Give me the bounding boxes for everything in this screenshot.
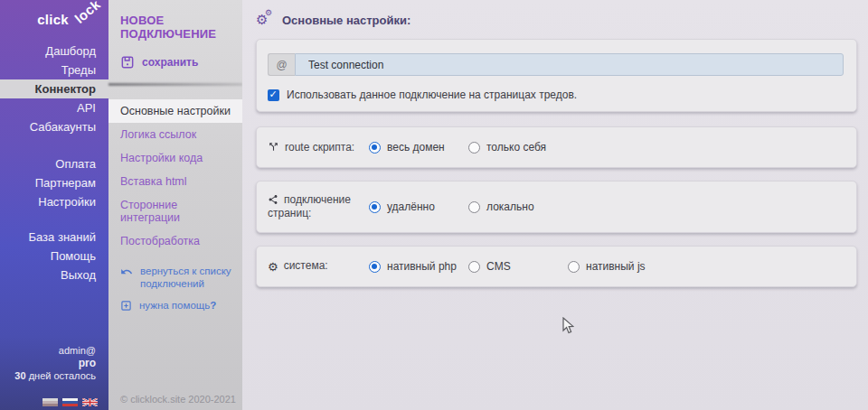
radio-label: весь домен [387, 141, 445, 154]
connection-panel: НОВОЕ ПОДКЛЮЧЕНИЕ сохранить Основные нас… [108, 0, 242, 410]
radio-label: CMS [486, 260, 511, 273]
radio-label: нативный js [586, 260, 646, 273]
radio-local[interactable]: локально [468, 200, 568, 213]
section-title: Основные настройки: [282, 14, 410, 27]
radio-only-self[interactable]: только себя [468, 141, 568, 154]
panel-divider [108, 83, 242, 86]
account-info: admin@ pro 30 дней осталось [14, 345, 96, 381]
section-header: ⚙⚙ Основные настройки: [256, 12, 857, 28]
pages-connection-card: подключение страниц: удалённо локально [256, 181, 857, 233]
sidebar-item-logout[interactable]: Выход [0, 266, 108, 284]
radio-native-php[interactable]: нативный php [369, 260, 468, 273]
route-script-label: route скрипта: [268, 141, 369, 154]
connection-name-group: @ [268, 53, 844, 76]
radio-selected-icon [369, 201, 381, 213]
menu-item-basic-settings[interactable]: Основные настройки [108, 99, 242, 123]
menu-item-integrations[interactable]: Сторонние интеграции [108, 193, 242, 229]
route-script-card: route скрипта: весь домен только себя [256, 126, 857, 168]
route-icon [268, 141, 279, 153]
pages-connection-options: удалённо локально [369, 200, 845, 213]
pages-connection-label: подключение страниц: [268, 193, 369, 220]
radio-selected-icon [369, 261, 381, 273]
radio-remote[interactable]: удалённо [369, 200, 468, 213]
account-email: admin@ [14, 345, 96, 356]
menu-item-html-insert[interactable]: Вставка html [108, 170, 242, 193]
at-icon: @ [268, 53, 295, 76]
sidebar-item-connector[interactable]: Коннектор [0, 79, 108, 98]
save-button-label: сохранить [142, 56, 198, 69]
share-icon [268, 194, 278, 205]
menu-item-postprocessing[interactable]: Постобработка [108, 229, 242, 253]
sidebar-item-payment[interactable]: Оплата [0, 154, 108, 173]
flag-uk[interactable] [82, 398, 98, 406]
sidebar-item-threads[interactable]: Треды [0, 61, 108, 79]
system-label: ⚙система: [268, 259, 369, 274]
undo-icon [120, 266, 133, 278]
radio-whole-domain[interactable]: весь домен [369, 141, 468, 154]
sidebar-item-api[interactable]: API [0, 98, 108, 117]
save-icon [120, 55, 135, 70]
radio-label: только себя [486, 141, 546, 154]
need-help-link[interactable]: нужна помощь? [108, 294, 242, 316]
flag-inactive[interactable] [42, 398, 58, 406]
radio-selected-icon [369, 142, 381, 154]
radio-unselected-icon [468, 142, 480, 154]
sidebar-item-settings[interactable]: Настройки [0, 192, 108, 211]
language-switcher [42, 398, 98, 406]
radio-label: нативный php [387, 260, 457, 273]
brand-logo-click: click [37, 12, 69, 27]
panel-menu: Основные настройки Логика ссылок Настрой… [108, 99, 242, 253]
gears-icon: ⚙⚙ [256, 12, 274, 28]
use-on-threads-label: Использовать данное подключение на стран… [287, 89, 577, 101]
radio-label: удалённо [387, 200, 435, 213]
use-on-threads-option[interactable]: Использовать данное подключение на стран… [268, 89, 844, 101]
back-to-list-label: вернуться к списку подключений [140, 265, 232, 290]
brand-logo[interactable]: click lock [0, 0, 108, 38]
sidebar-nav: Дашборд Треды Коннектор API Сабакаунты О… [0, 42, 108, 284]
days-text: дней осталось [26, 370, 96, 381]
nav-spacer [0, 211, 108, 228]
sidebar-item-knowledge-base[interactable]: База знаний [0, 228, 108, 247]
radio-unselected-icon [568, 261, 580, 273]
need-help-label: нужна помощь? [139, 299, 216, 312]
route-script-options: весь домен только себя [369, 141, 845, 154]
sidebar: click lock Дашборд Треды Коннектор API С… [0, 0, 108, 410]
radio-unselected-icon [468, 201, 480, 213]
account-days-left: 30 дней осталось [14, 370, 96, 381]
radio-cms[interactable]: CMS [468, 260, 568, 273]
flag-russia[interactable] [62, 398, 78, 406]
connection-name-card: @ Использовать данное подключение на стр… [256, 39, 857, 112]
app-window: click lock Дашборд Треды Коннектор API С… [0, 0, 868, 410]
add-box-icon [120, 300, 132, 312]
connection-name-input[interactable] [295, 53, 844, 76]
brand-logo-lock: lock [71, 0, 103, 26]
save-button[interactable]: сохранить [120, 55, 198, 70]
radio-native-js[interactable]: нативный js [568, 260, 667, 273]
checkbox-checked-icon [268, 89, 279, 101]
radio-label: локально [486, 200, 534, 213]
sidebar-item-partners[interactable]: Партнерам [0, 173, 108, 192]
menu-item-link-logic[interactable]: Логика ссылок [108, 123, 242, 146]
days-number: 30 [14, 370, 25, 381]
account-plan: pro [14, 357, 96, 369]
sidebar-item-subaccounts[interactable]: Сабакаунты [0, 117, 108, 136]
sidebar-item-dashboard[interactable]: Дашборд [0, 42, 108, 61]
panel-title: НОВОЕ ПОДКЛЮЧЕНИЕ [120, 14, 242, 41]
menu-item-code-settings[interactable]: Настройки кода [108, 146, 242, 170]
radio-unselected-icon [468, 261, 480, 273]
main-content: ⚙⚙ Основные настройки: @ Использовать да… [242, 0, 868, 410]
system-options: нативный php CMS нативный js [369, 260, 845, 273]
gear-icon: ⚙ [268, 260, 278, 274]
sidebar-item-help[interactable]: Помощь [0, 247, 108, 266]
nav-spacer [0, 136, 108, 154]
system-card: ⚙система: нативный php CMS нативный js [256, 246, 857, 287]
back-to-list-link[interactable]: вернуться к списку подключений [108, 260, 242, 294]
panel-links: вернуться к списку подключений нужна пом… [108, 260, 242, 316]
